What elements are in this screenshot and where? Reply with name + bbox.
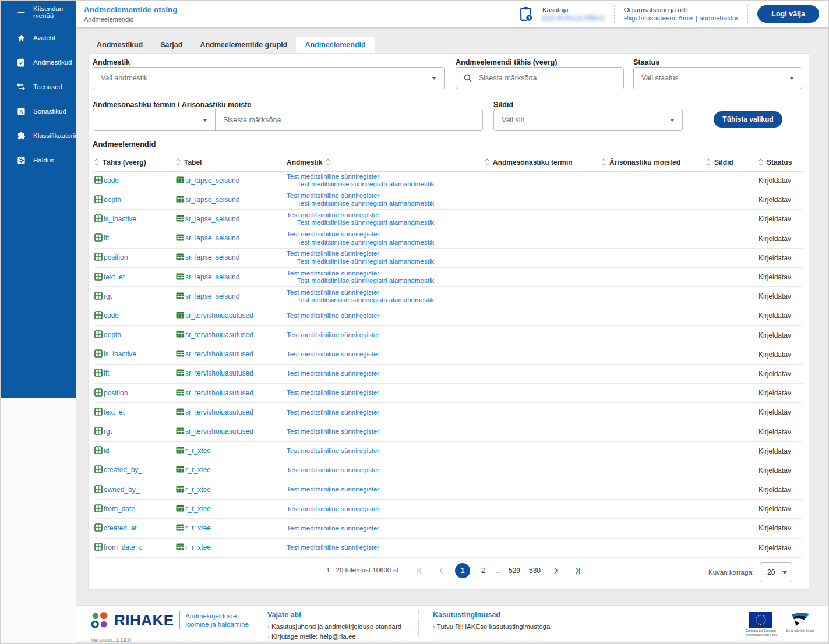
sort-icon[interactable] — [94, 158, 99, 166]
table-link[interactable]: sr_lapse_seisund — [176, 253, 239, 261]
tab-andmestikud[interactable]: Andmestikud — [88, 37, 151, 53]
tahis-search-input[interactable] — [478, 73, 623, 83]
andmestik-select[interactable]: Vali andmestik — [93, 67, 445, 89]
dataset-link[interactable]: Test meditsiiniline sünniregister — [287, 331, 485, 339]
table-link[interactable]: r_r_xtee — [176, 543, 211, 551]
table-link[interactable]: r_r_xtee — [176, 485, 211, 494]
dataset-link[interactable]: Test meditsiiniline sünniregister — [287, 289, 485, 297]
data-element-link[interactable]: lft — [94, 369, 109, 377]
table-link[interactable]: sr_tervishoiuasutused — [176, 349, 253, 358]
dataset-link[interactable]: Test meditsiinilise sünniregistri alaman… — [287, 200, 485, 208]
dataset-link[interactable]: Test meditsiiniline sünniregister — [287, 192, 485, 200]
page-number[interactable]: 2 — [475, 563, 491, 578]
sort-icon[interactable] — [176, 158, 181, 166]
dataset-link[interactable]: Test meditsiinilise sünniregistri alaman… — [287, 181, 485, 189]
table-link[interactable]: r_r_xtee — [176, 504, 211, 513]
sort-icon[interactable] — [759, 158, 763, 166]
column-header-tahis[interactable]: Tähis (veerg) — [94, 158, 176, 167]
data-element-link[interactable]: rgt — [94, 427, 112, 436]
table-link[interactable]: sr_lapse_seisund — [176, 273, 239, 281]
sildid-select[interactable]: Vali silt — [493, 109, 683, 131]
data-element-link[interactable]: lft — [94, 233, 109, 242]
data-element-link[interactable]: rgt — [94, 292, 112, 300]
column-header-tabel[interactable]: Tabel — [176, 158, 287, 167]
dataset-link[interactable]: Test meditsiiniline sünniregister — [287, 505, 485, 514]
sidebar-item-andmestikud[interactable]: Andmestikud — [1, 50, 76, 75]
sidebar-item-sonastikud[interactable]: A Sõnastikud — [1, 99, 76, 123]
sort-icon[interactable] — [706, 158, 711, 166]
column-header-moisted[interactable]: Ärisõnastiku mõisted — [601, 158, 706, 167]
tab-andmeelementide-grupid[interactable]: Andmeelementide grupid — [191, 37, 296, 53]
dataset-link[interactable]: Test meditsiiniline sünniregister — [287, 466, 485, 475]
org-role-link[interactable]: Riigi Infosüsteemi Amet | andmehaldur — [624, 15, 739, 22]
tahis-search-field[interactable] — [456, 67, 624, 89]
dataset-link[interactable]: Test meditsiiniline sünniregister — [287, 270, 485, 278]
data-element-link[interactable]: created_at_ — [94, 523, 140, 532]
data-element-link[interactable]: depth — [94, 330, 121, 339]
tab-andmeelemendid[interactable]: Andmeelemendid — [296, 37, 374, 53]
page-number-current[interactable]: 1 — [455, 563, 470, 578]
clipboard-clock-icon[interactable] — [520, 6, 533, 22]
dataset-link[interactable]: Test meditsiiniline sünniregister — [287, 409, 485, 417]
column-header-sildid[interactable]: Sildid — [706, 158, 753, 167]
logout-button[interactable]: Logi välja — [757, 5, 819, 23]
dataset-link[interactable]: Test meditsiiniline sünniregister — [287, 389, 485, 397]
table-link[interactable]: r_r_xtee — [176, 465, 211, 474]
dataset-link[interactable]: Test meditsiiniline sünniregister — [287, 428, 485, 436]
staatus-select[interactable]: Vali staatus — [633, 67, 802, 89]
sort-icon[interactable] — [326, 158, 330, 166]
dataset-link[interactable]: Test meditsiiniline sünniregister — [287, 211, 485, 220]
dataset-link[interactable]: Test meditsiiniline sünniregister — [287, 486, 485, 494]
sidebar-item-teenused[interactable]: Teenused — [1, 75, 76, 99]
data-element-link[interactable]: is_inactive — [94, 214, 136, 223]
table-link[interactable]: sr_lapse_seisund — [176, 214, 239, 223]
footer-link-email[interactable]: Kirjutage meile: help@ria.ee — [267, 632, 404, 642]
data-element-link[interactable]: from_date_c — [94, 543, 143, 551]
table-link[interactable]: sr_tervishoiuasutused — [176, 369, 253, 377]
data-element-link[interactable]: position — [94, 388, 128, 397]
dataset-link[interactable]: Test meditsiinilise sünniregistri alaman… — [287, 239, 485, 247]
page-number[interactable]: 530 — [527, 563, 542, 578]
sort-icon[interactable] — [601, 158, 606, 166]
column-header-andmestik[interactable]: Andmestik — [287, 158, 485, 167]
sidebar-item-haldus[interactable]: Haldus — [1, 148, 76, 172]
column-header-termin[interactable]: Andmesõnastiku termin — [485, 158, 601, 167]
table-link[interactable]: sr_tervishoiuasutused — [176, 330, 253, 339]
data-element-link[interactable]: position — [94, 253, 128, 261]
table-link[interactable]: sr_lapse_seisund — [176, 233, 239, 242]
data-element-link[interactable]: code — [94, 311, 119, 320]
per-page-select[interactable]: 20 — [760, 562, 792, 582]
sort-icon[interactable] — [485, 158, 489, 166]
data-element-link[interactable]: text_et — [94, 273, 125, 281]
dataset-link[interactable]: Test meditsiinilise sünniregistri alaman… — [287, 296, 485, 305]
dataset-link[interactable]: Test meditsiiniline sünniregister — [287, 525, 485, 533]
termin-search-input[interactable] — [216, 115, 482, 125]
dataset-link[interactable]: Test meditsiiniline sünniregister — [287, 370, 485, 378]
data-element-link[interactable]: id — [94, 446, 109, 455]
data-element-link[interactable]: is_inactive — [94, 349, 136, 358]
dataset-link[interactable]: Test meditsiiniline sünniregister — [287, 173, 485, 181]
data-element-link[interactable]: owned_by_ — [94, 485, 139, 494]
dataset-link[interactable]: Test meditsiinilise sünniregistri alaman… — [287, 277, 485, 285]
previous-page-button[interactable] — [433, 561, 450, 580]
termin-type-select[interactable] — [93, 109, 216, 130]
data-element-link[interactable]: from_date — [94, 504, 135, 513]
table-link[interactable]: r_r_xtee — [176, 446, 211, 455]
table-link[interactable]: sr_tervishoiuasutused — [176, 408, 253, 416]
dataset-link[interactable]: Test meditsiinilise sünniregistri alaman… — [287, 219, 485, 227]
data-element-link[interactable]: text_et — [94, 408, 125, 416]
table-link[interactable]: r_r_xtee — [176, 523, 211, 532]
table-link[interactable]: sr_tervishoiuasutused — [176, 311, 253, 320]
dataset-link[interactable]: Test meditsiiniline sünniregister — [287, 447, 485, 455]
footer-link-terms[interactable]: Tutvu RIHAKEse kasutustingimustega — [433, 622, 564, 632]
dataset-link[interactable]: Test meditsiiniline sünniregister — [287, 250, 485, 258]
sidebar-item-klassifikaatorid[interactable]: Klassifikaatorid — [1, 123, 76, 148]
column-header-staatus[interactable]: Staatus — [753, 158, 803, 167]
dataset-link[interactable]: Test meditsiiniline sünniregister — [287, 351, 485, 359]
table-link[interactable]: sr_lapse_seisund — [176, 176, 239, 185]
first-page-button[interactable] — [412, 561, 428, 580]
data-element-link[interactable]: depth — [94, 195, 121, 204]
table-link[interactable]: sr_tervishoiuasutused — [176, 388, 253, 397]
tab-sarjad[interactable]: Sarjad — [151, 37, 191, 53]
sidebar-collapse-button[interactable]: Kitsendan menüü — [1, 1, 76, 24]
